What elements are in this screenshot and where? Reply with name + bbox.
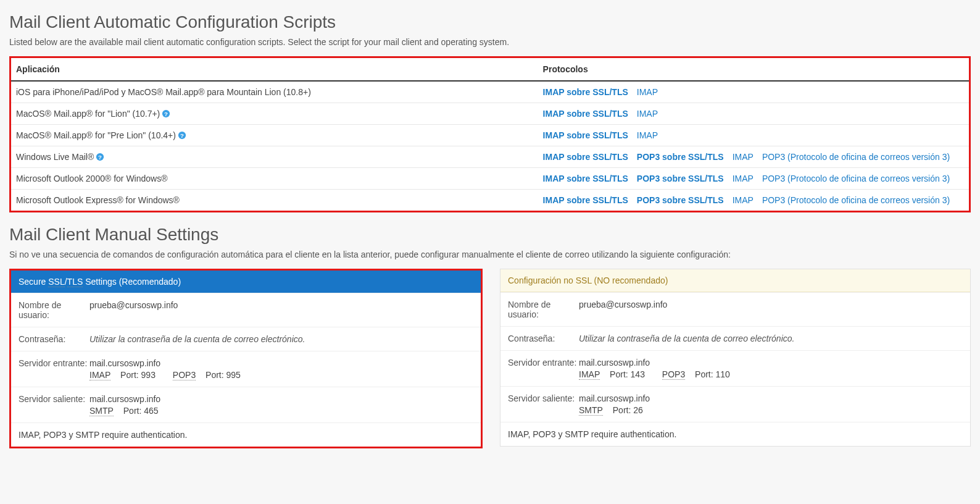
ssl-smtp-abbr: SMTP xyxy=(89,406,114,416)
ssl-footer: IMAP, POP3 y SMTP require authentication… xyxy=(11,422,481,447)
svg-text:?: ? xyxy=(180,132,184,139)
nonssl-in-server: mail.cursoswp.info xyxy=(579,358,963,368)
table-row: Microsoft Outlook 2000® for Windows®IMAP… xyxy=(11,168,969,190)
tls-abbr: TLS xyxy=(67,277,83,287)
app-name: Microsoft Outlook Express® for Windows® xyxy=(16,195,180,205)
nonssl-footer: IMAP, POP3 y SMTP require authentication… xyxy=(500,422,970,446)
scripts-table-highlight: Aplicación Protocolos iOS para iPhone/iP… xyxy=(9,56,971,212)
nonssl-smtp-port: Port: 26 xyxy=(610,405,643,415)
app-name: MacOS® Mail.app® for "Lion" (10.7+) xyxy=(16,109,160,119)
protocol-link[interactable]: POP3 (Protocolo de oficina de correos ve… xyxy=(762,152,950,162)
svg-text:?: ? xyxy=(98,154,102,161)
nonssl-pass-label: Contraseña: xyxy=(508,334,579,343)
ssl-out-label: Servidor saliente: xyxy=(19,394,89,416)
table-row: Windows Live Mail®?IMAP sobre SSL/TLSPOP… xyxy=(11,146,969,168)
ssl-panel-header: Secure SSL/TLS Settings (Recomendado) xyxy=(11,271,481,293)
protocol-link[interactable]: IMAP xyxy=(733,152,754,162)
ssl-imap-port: Port: 993 xyxy=(118,370,156,380)
ssl-header-post: Settings (Recomendado) xyxy=(83,277,181,287)
ssl-in-ports: IMAP Port: 993 POP3 Port: 995 xyxy=(89,370,473,380)
ssl-pass-value: Utilizar la contraseña de la cuenta de c… xyxy=(89,334,305,344)
protocol-link[interactable]: POP3 sobre SSL/TLS xyxy=(637,174,724,183)
protocol-link[interactable]: POP3 (Protocolo de oficina de correos ve… xyxy=(762,174,950,183)
ssl-in-server: mail.cursoswp.info xyxy=(89,358,473,368)
protocol-link[interactable]: IMAP xyxy=(733,174,754,183)
ssl-abbr: SSL xyxy=(48,277,64,287)
nonssl-panel-header: Configuración no SSL (NO recomendado) xyxy=(500,269,970,292)
col-header-proto: Protocolos xyxy=(538,58,969,81)
help-icon[interactable]: ? xyxy=(96,153,104,161)
app-cell: MacOS® Mail.app® for "Lion" (10.7+)? xyxy=(11,103,538,125)
table-row: Microsoft Outlook Express® for Windows®I… xyxy=(11,190,969,211)
proto-cell: IMAP sobre SSL/TLSPOP3 sobre SSL/TLSIMAP… xyxy=(538,190,969,211)
nonssl-pop-port: Port: 110 xyxy=(692,369,730,379)
table-row: MacOS® Mail.app® for "Lion" (10.7+)?IMAP… xyxy=(11,103,969,125)
app-name: iOS para iPhone/iPad/iPod y MacOS® Mail.… xyxy=(16,87,311,97)
protocol-link[interactable]: POP3 (Protocolo de oficina de correos ve… xyxy=(762,195,950,205)
nonssl-pass-value: Utilizar la contraseña de la cuenta de c… xyxy=(579,334,794,343)
col-header-app: Aplicación xyxy=(11,58,538,81)
proto-cell: IMAP sobre SSL/TLSIMAP xyxy=(538,103,969,125)
proto-cell: IMAP sobre SSL/TLSPOP3 sobre SSL/TLSIMAP… xyxy=(538,146,969,168)
nonssl-smtp-abbr: SMTP xyxy=(579,405,603,416)
nonssl-pop-abbr: POP3 xyxy=(662,369,685,380)
ssl-pass-label: Contraseña: xyxy=(19,334,89,344)
nonssl-in-label: Servidor entrante: xyxy=(508,358,579,379)
ssl-pop-port: Port: 995 xyxy=(203,370,241,380)
protocol-link[interactable]: IMAP xyxy=(637,109,658,119)
ssl-header-text: Secure xyxy=(19,277,48,287)
section-manual-title: Mail Client Manual Settings xyxy=(9,225,971,245)
nonssl-user-label: Nombre de usuario: xyxy=(508,300,579,319)
proto-cell: IMAP sobre SSL/TLSPOP3 sobre SSL/TLSIMAP… xyxy=(538,168,969,190)
help-icon[interactable]: ? xyxy=(178,131,186,140)
ssl-user-label: Nombre de usuario: xyxy=(19,300,89,320)
app-cell: Microsoft Outlook Express® for Windows® xyxy=(11,190,538,211)
ssl-in-label: Servidor entrante: xyxy=(19,358,89,380)
table-row: MacOS® Mail.app® for "Pre Lion" (10.4+)?… xyxy=(11,125,969,146)
nonssl-out-label: Servidor saliente: xyxy=(508,393,579,415)
section-scripts-subtitle: Listed below are the available mail clie… xyxy=(9,37,971,47)
app-cell: Windows Live Mail®? xyxy=(11,146,538,168)
protocol-link[interactable]: IMAP sobre SSL/TLS xyxy=(543,87,628,97)
table-row: iOS para iPhone/iPad/iPod y MacOS® Mail.… xyxy=(11,81,969,103)
protocol-link[interactable]: POP3 sobre SSL/TLS xyxy=(637,152,724,162)
nonssl-imap-abbr: IMAP xyxy=(579,369,600,380)
ssl-out-server: mail.cursoswp.info xyxy=(89,394,473,404)
proto-cell: IMAP sobre SSL/TLSIMAP xyxy=(538,81,969,103)
protocol-link[interactable]: IMAP xyxy=(637,87,658,97)
nonssl-in-ports: IMAP Port: 143 POP3 Port: 110 xyxy=(579,369,963,379)
app-name: MacOS® Mail.app® for "Pre Lion" (10.4+) xyxy=(16,130,176,140)
nonssl-out-server: mail.cursoswp.info xyxy=(579,393,963,403)
help-icon[interactable]: ? xyxy=(162,109,170,118)
scripts-table: Aplicación Protocolos iOS para iPhone/iP… xyxy=(11,58,969,211)
ssl-settings-panel: Secure SSL/TLS Settings (Recomendado) No… xyxy=(9,269,483,448)
app-cell: Microsoft Outlook 2000® for Windows® xyxy=(11,168,538,190)
proto-cell: IMAP sobre SSL/TLSIMAP xyxy=(538,125,969,146)
nonssl-imap-port: Port: 143 xyxy=(607,369,645,379)
section-manual-subtitle: Si no ve una secuencia de comandos de co… xyxy=(9,250,971,259)
section-scripts-title: Mail Client Automatic Configuration Scri… xyxy=(9,12,971,32)
ssl-smtp-port: Port: 465 xyxy=(121,406,159,416)
protocol-link[interactable]: IMAP sobre SSL/TLS xyxy=(543,195,628,205)
ssl-out-ports: SMTP Port: 465 xyxy=(89,406,473,416)
protocol-link[interactable]: IMAP xyxy=(637,130,658,140)
app-cell: MacOS® Mail.app® for "Pre Lion" (10.4+)? xyxy=(11,125,538,146)
ssl-user-value: prueba@cursoswp.info xyxy=(89,300,473,320)
app-name: Windows Live Mail® xyxy=(16,152,94,162)
protocol-link[interactable]: IMAP sobre SSL/TLS xyxy=(543,174,628,183)
protocol-link[interactable]: IMAP sobre SSL/TLS xyxy=(543,109,628,119)
ssl-imap-abbr: IMAP xyxy=(89,370,110,380)
ssl-pop-abbr: POP3 xyxy=(173,370,196,380)
nonssl-out-ports: SMTP Port: 26 xyxy=(579,405,963,415)
nonssl-user-value: prueba@cursoswp.info xyxy=(579,300,963,319)
protocol-link[interactable]: POP3 sobre SSL/TLS xyxy=(637,195,724,205)
protocol-link[interactable]: IMAP sobre SSL/TLS xyxy=(543,152,628,162)
nonssl-settings-panel: Configuración no SSL (NO recomendado) No… xyxy=(500,269,971,447)
protocol-link[interactable]: IMAP xyxy=(733,195,754,205)
protocol-link[interactable]: IMAP sobre SSL/TLS xyxy=(543,130,628,140)
svg-text:?: ? xyxy=(164,111,168,117)
app-name: Microsoft Outlook 2000® for Windows® xyxy=(16,174,168,183)
app-cell: iOS para iPhone/iPad/iPod y MacOS® Mail.… xyxy=(11,81,538,103)
